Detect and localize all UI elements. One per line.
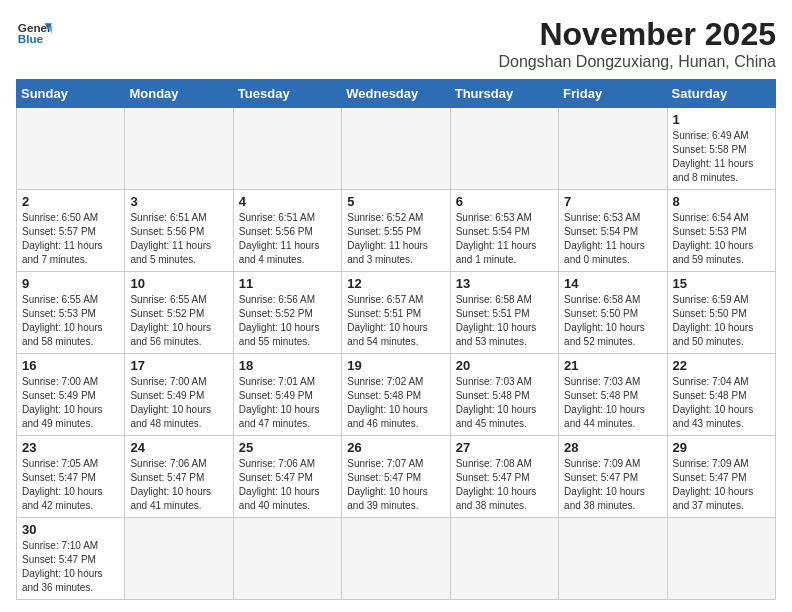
day-number: 29 <box>673 440 770 455</box>
day-of-week-header: Saturday <box>667 80 775 108</box>
calendar-day-cell: 18Sunrise: 7:01 AM Sunset: 5:49 PM Dayli… <box>233 354 341 436</box>
calendar-week-row: 16Sunrise: 7:00 AM Sunset: 5:49 PM Dayli… <box>17 354 776 436</box>
day-number: 30 <box>22 522 119 537</box>
day-info: Sunrise: 7:09 AM Sunset: 5:47 PM Dayligh… <box>564 457 661 513</box>
calendar-day-cell <box>667 518 775 600</box>
logo: General Blue <box>16 16 52 52</box>
day-info: Sunrise: 6:55 AM Sunset: 5:52 PM Dayligh… <box>130 293 227 349</box>
calendar-day-cell: 17Sunrise: 7:00 AM Sunset: 5:49 PM Dayli… <box>125 354 233 436</box>
title-area: November 2025 Dongshan Dongzuxiang, Huna… <box>498 16 776 71</box>
calendar-header-row: SundayMondayTuesdayWednesdayThursdayFrid… <box>17 80 776 108</box>
calendar-day-cell: 23Sunrise: 7:05 AM Sunset: 5:47 PM Dayli… <box>17 436 125 518</box>
calendar-day-cell: 12Sunrise: 6:57 AM Sunset: 5:51 PM Dayli… <box>342 272 450 354</box>
calendar-day-cell <box>17 108 125 190</box>
calendar-day-cell: 7Sunrise: 6:53 AM Sunset: 5:54 PM Daylig… <box>559 190 667 272</box>
day-number: 27 <box>456 440 553 455</box>
calendar-day-cell: 24Sunrise: 7:06 AM Sunset: 5:47 PM Dayli… <box>125 436 233 518</box>
day-info: Sunrise: 7:00 AM Sunset: 5:49 PM Dayligh… <box>130 375 227 431</box>
calendar-day-cell: 19Sunrise: 7:02 AM Sunset: 5:48 PM Dayli… <box>342 354 450 436</box>
day-of-week-header: Wednesday <box>342 80 450 108</box>
day-number: 12 <box>347 276 444 291</box>
day-info: Sunrise: 6:52 AM Sunset: 5:55 PM Dayligh… <box>347 211 444 267</box>
day-info: Sunrise: 6:59 AM Sunset: 5:50 PM Dayligh… <box>673 293 770 349</box>
day-number: 5 <box>347 194 444 209</box>
day-number: 25 <box>239 440 336 455</box>
day-info: Sunrise: 6:53 AM Sunset: 5:54 PM Dayligh… <box>456 211 553 267</box>
day-number: 4 <box>239 194 336 209</box>
calendar-day-cell <box>125 108 233 190</box>
day-number: 15 <box>673 276 770 291</box>
day-number: 23 <box>22 440 119 455</box>
day-number: 18 <box>239 358 336 373</box>
day-info: Sunrise: 7:09 AM Sunset: 5:47 PM Dayligh… <box>673 457 770 513</box>
day-number: 9 <box>22 276 119 291</box>
day-number: 11 <box>239 276 336 291</box>
calendar-week-row: 9Sunrise: 6:55 AM Sunset: 5:53 PM Daylig… <box>17 272 776 354</box>
calendar-day-cell: 3Sunrise: 6:51 AM Sunset: 5:56 PM Daylig… <box>125 190 233 272</box>
day-number: 14 <box>564 276 661 291</box>
day-info: Sunrise: 7:08 AM Sunset: 5:47 PM Dayligh… <box>456 457 553 513</box>
calendar-day-cell: 5Sunrise: 6:52 AM Sunset: 5:55 PM Daylig… <box>342 190 450 272</box>
day-info: Sunrise: 7:06 AM Sunset: 5:47 PM Dayligh… <box>239 457 336 513</box>
day-info: Sunrise: 7:10 AM Sunset: 5:47 PM Dayligh… <box>22 539 119 595</box>
calendar-day-cell: 30Sunrise: 7:10 AM Sunset: 5:47 PM Dayli… <box>17 518 125 600</box>
day-number: 6 <box>456 194 553 209</box>
location-title: Dongshan Dongzuxiang, Hunan, China <box>498 53 776 71</box>
calendar-day-cell <box>125 518 233 600</box>
day-number: 16 <box>22 358 119 373</box>
calendar-day-cell <box>233 108 341 190</box>
month-title: November 2025 <box>498 16 776 53</box>
day-info: Sunrise: 7:03 AM Sunset: 5:48 PM Dayligh… <box>564 375 661 431</box>
day-info: Sunrise: 6:54 AM Sunset: 5:53 PM Dayligh… <box>673 211 770 267</box>
calendar-day-cell: 1Sunrise: 6:49 AM Sunset: 5:58 PM Daylig… <box>667 108 775 190</box>
day-info: Sunrise: 7:00 AM Sunset: 5:49 PM Dayligh… <box>22 375 119 431</box>
calendar-day-cell <box>342 108 450 190</box>
day-number: 26 <box>347 440 444 455</box>
calendar-day-cell: 26Sunrise: 7:07 AM Sunset: 5:47 PM Dayli… <box>342 436 450 518</box>
calendar-day-cell: 14Sunrise: 6:58 AM Sunset: 5:50 PM Dayli… <box>559 272 667 354</box>
calendar-day-cell: 11Sunrise: 6:56 AM Sunset: 5:52 PM Dayli… <box>233 272 341 354</box>
calendar-day-cell: 13Sunrise: 6:58 AM Sunset: 5:51 PM Dayli… <box>450 272 558 354</box>
day-info: Sunrise: 7:03 AM Sunset: 5:48 PM Dayligh… <box>456 375 553 431</box>
day-number: 21 <box>564 358 661 373</box>
day-info: Sunrise: 6:58 AM Sunset: 5:51 PM Dayligh… <box>456 293 553 349</box>
calendar-day-cell: 29Sunrise: 7:09 AM Sunset: 5:47 PM Dayli… <box>667 436 775 518</box>
day-info: Sunrise: 7:02 AM Sunset: 5:48 PM Dayligh… <box>347 375 444 431</box>
calendar-day-cell: 15Sunrise: 6:59 AM Sunset: 5:50 PM Dayli… <box>667 272 775 354</box>
day-number: 8 <box>673 194 770 209</box>
calendar-day-cell: 21Sunrise: 7:03 AM Sunset: 5:48 PM Dayli… <box>559 354 667 436</box>
calendar-day-cell: 27Sunrise: 7:08 AM Sunset: 5:47 PM Dayli… <box>450 436 558 518</box>
day-info: Sunrise: 6:49 AM Sunset: 5:58 PM Dayligh… <box>673 129 770 185</box>
day-number: 28 <box>564 440 661 455</box>
day-info: Sunrise: 7:05 AM Sunset: 5:47 PM Dayligh… <box>22 457 119 513</box>
calendar-table: SundayMondayTuesdayWednesdayThursdayFrid… <box>16 79 776 600</box>
calendar-week-row: 23Sunrise: 7:05 AM Sunset: 5:47 PM Dayli… <box>17 436 776 518</box>
day-number: 10 <box>130 276 227 291</box>
day-info: Sunrise: 7:06 AM Sunset: 5:47 PM Dayligh… <box>130 457 227 513</box>
calendar-day-cell: 16Sunrise: 7:00 AM Sunset: 5:49 PM Dayli… <box>17 354 125 436</box>
calendar-day-cell: 10Sunrise: 6:55 AM Sunset: 5:52 PM Dayli… <box>125 272 233 354</box>
day-number: 3 <box>130 194 227 209</box>
day-of-week-header: Friday <box>559 80 667 108</box>
day-number: 1 <box>673 112 770 127</box>
calendar-day-cell: 22Sunrise: 7:04 AM Sunset: 5:48 PM Dayli… <box>667 354 775 436</box>
day-info: Sunrise: 7:04 AM Sunset: 5:48 PM Dayligh… <box>673 375 770 431</box>
calendar-day-cell <box>342 518 450 600</box>
day-number: 24 <box>130 440 227 455</box>
day-number: 2 <box>22 194 119 209</box>
calendar-day-cell <box>450 518 558 600</box>
calendar-day-cell: 20Sunrise: 7:03 AM Sunset: 5:48 PM Dayli… <box>450 354 558 436</box>
day-info: Sunrise: 7:07 AM Sunset: 5:47 PM Dayligh… <box>347 457 444 513</box>
day-info: Sunrise: 6:51 AM Sunset: 5:56 PM Dayligh… <box>130 211 227 267</box>
calendar-day-cell <box>450 108 558 190</box>
day-number: 7 <box>564 194 661 209</box>
day-info: Sunrise: 6:57 AM Sunset: 5:51 PM Dayligh… <box>347 293 444 349</box>
day-number: 19 <box>347 358 444 373</box>
day-of-week-header: Sunday <box>17 80 125 108</box>
calendar-day-cell: 25Sunrise: 7:06 AM Sunset: 5:47 PM Dayli… <box>233 436 341 518</box>
day-number: 22 <box>673 358 770 373</box>
calendar-day-cell <box>559 518 667 600</box>
day-info: Sunrise: 6:56 AM Sunset: 5:52 PM Dayligh… <box>239 293 336 349</box>
day-of-week-header: Tuesday <box>233 80 341 108</box>
day-of-week-header: Monday <box>125 80 233 108</box>
